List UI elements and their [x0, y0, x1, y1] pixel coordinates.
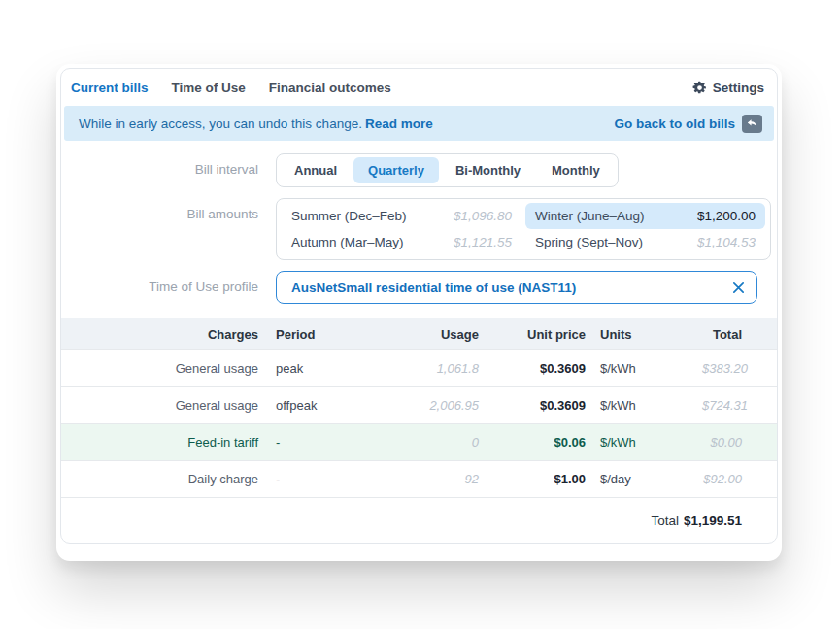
cell-units: $/kWh [586, 435, 702, 449]
cell-charge: Daily charge [61, 472, 258, 486]
cell-period: - [258, 435, 377, 449]
tou-profile-label: Time of Use profile [61, 271, 258, 294]
cell-units: $/kWh [586, 361, 702, 376]
grand-total-row: Total $1,199.51 [61, 497, 777, 543]
cell-unit-price: $0.06 [479, 435, 586, 449]
gear-icon [692, 81, 707, 95]
cell-usage: 92 [377, 472, 479, 486]
cell-charge: General usage [61, 361, 258, 376]
amount-season-label: Autumn (Mar–May) [291, 235, 404, 249]
bill-interval-row: Bill interval Annual Quarterly Bi-Monthl… [61, 153, 777, 187]
tou-profile-value: AusNetSmall residential time of use (NAS… [291, 281, 576, 295]
charges-table-header: Charges Period Usage Unit price Units To… [61, 318, 777, 349]
header-usage: Usage [377, 327, 479, 342]
tou-profile-row: Time of Use profile AusNetSmall resident… [61, 271, 777, 304]
cell-total: $0.00 [702, 435, 777, 449]
cell-unit-price: $1.00 [479, 472, 586, 486]
bill-form: Bill interval Annual Quarterly Bi-Monthl… [61, 141, 777, 318]
interval-bi-monthly[interactable]: Bi-Monthly [441, 157, 535, 183]
table-row: General usage peak 1,061.8 $0.3609 $/kWh… [61, 349, 777, 386]
tab-current-bills[interactable]: Current bills [71, 81, 149, 95]
amount-spring[interactable]: Spring (Sept–Nov) $1,104.53 [525, 229, 765, 255]
bill-interval-label: Bill interval [61, 153, 258, 177]
header-charges: Charges [61, 327, 258, 342]
amount-winter[interactable]: Winter (June–Aug) $1,200.00 [525, 203, 765, 229]
amount-value: $1,200.00 [697, 209, 756, 223]
amount-season-label: Winter (June–Aug) [535, 209, 645, 223]
cell-charge: Feed-in tariff [61, 435, 258, 449]
cell-usage: 0 [377, 435, 479, 449]
cell-period: peak [258, 361, 377, 376]
amount-season-label: Summer (Dec–Feb) [291, 209, 407, 223]
amount-season-label: Spring (Sept–Nov) [535, 235, 643, 249]
grand-total-value: $1,199.51 [684, 513, 742, 528]
amount-summer[interactable]: Summer (Dec–Feb) $1,096.80 [282, 203, 521, 229]
page-background: Current bills Time of Use Financial outc… [0, 0, 840, 629]
cell-units: $/kWh [586, 398, 702, 413]
amount-autumn[interactable]: Autumn (Mar–May) $1,121.55 [282, 229, 521, 255]
cell-usage: 1,061.8 [377, 361, 479, 376]
tabs-bar: Current bills Time of Use Financial outc… [61, 69, 777, 106]
interval-monthly[interactable]: Monthly [537, 157, 615, 183]
tab-financial-outcomes[interactable]: Financial outcomes [269, 81, 391, 95]
header-total: Total [702, 327, 777, 342]
table-row: General usage offpeak 2,006.95 $0.3609 $… [61, 386, 777, 423]
bills-card: Current bills Time of Use Financial outc… [56, 64, 782, 561]
tab-time-of-use[interactable]: Time of Use [172, 81, 246, 95]
bill-interval-segmented-control: Annual Quarterly Bi-Monthly Monthly [276, 153, 619, 187]
banner-message: While in early access, you can undo this… [79, 116, 433, 131]
header-unit-price: Unit price [479, 327, 586, 342]
amount-value: $1,121.55 [454, 235, 512, 249]
table-row: Daily charge - 92 $1.00 $/day $92.00 [61, 460, 777, 497]
amount-value: $1,104.53 [697, 235, 756, 249]
bills-panel: Current bills Time of Use Financial outc… [60, 68, 778, 544]
bill-amounts-row: Bill amounts Summer (Dec–Feb) $1,096.80 … [61, 198, 777, 260]
grand-total-label: Total [651, 513, 679, 528]
go-back-to-old-bills-button[interactable]: Go back to old bills [614, 115, 762, 133]
header-units: Units [586, 327, 702, 342]
cell-usage: 2,006.95 [377, 398, 479, 413]
cell-total: $724.31 [702, 398, 778, 413]
cell-period: offpeak [258, 398, 377, 413]
header-period: Period [258, 327, 377, 342]
cell-period: - [258, 472, 377, 486]
clear-icon[interactable] [732, 281, 745, 294]
settings-button[interactable]: Settings [692, 81, 764, 95]
cell-units: $/day [586, 472, 702, 486]
bill-amounts-box: Summer (Dec–Feb) $1,096.80 Winter (June–… [276, 198, 771, 260]
table-row-feed-in-tariff: Feed-in tariff - 0 $0.06 $/kWh $0.00 [61, 423, 777, 460]
cell-unit-price: $0.3609 [479, 398, 586, 413]
undo-icon [742, 115, 762, 133]
tab-list: Current bills Time of Use Financial outc… [71, 81, 391, 95]
cell-unit-price: $0.3609 [479, 361, 586, 376]
interval-annual[interactable]: Annual [280, 157, 352, 183]
time-of-use-profile-input[interactable]: AusNetSmall residential time of use (NAS… [276, 271, 757, 304]
settings-label: Settings [713, 81, 764, 95]
banner-message-text: While in early access, you can undo this… [79, 116, 362, 131]
amount-value: $1,096.80 [454, 209, 512, 223]
cell-total: $383.20 [702, 361, 778, 376]
interval-quarterly[interactable]: Quarterly [353, 157, 439, 183]
read-more-link[interactable]: Read more [365, 116, 433, 131]
cell-total: $92.00 [702, 472, 777, 486]
go-back-label: Go back to old bills [614, 116, 735, 131]
cell-charge: General usage [61, 398, 258, 413]
bill-amounts-label: Bill amounts [61, 198, 258, 221]
early-access-banner: While in early access, you can undo this… [64, 106, 774, 141]
